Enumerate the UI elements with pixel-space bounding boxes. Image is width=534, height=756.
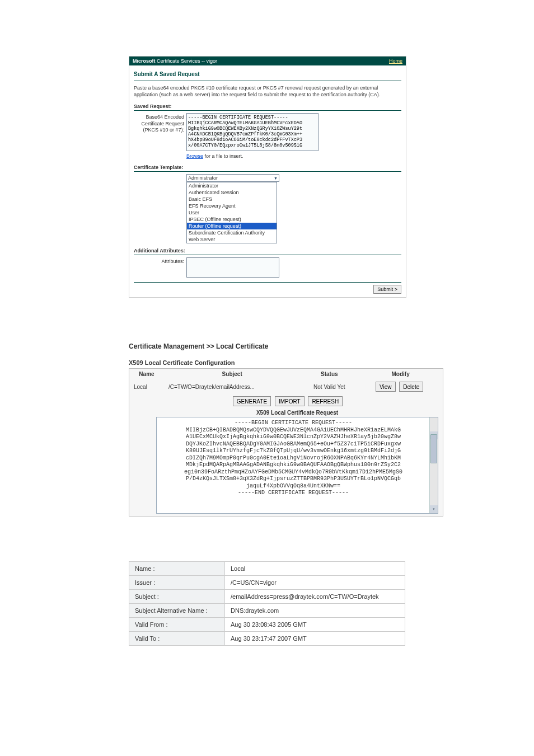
scroll-down-icon[interactable]: ▾: [430, 505, 438, 513]
refresh-button[interactable]: REFRESH: [308, 396, 343, 406]
import-button[interactable]: IMPORT: [275, 396, 305, 406]
detail-key: Valid From :: [129, 617, 225, 631]
certificate-detail-table: Name :LocalIssuer :/C=US/CN=vigorSubject…: [129, 561, 405, 646]
delete-button[interactable]: Delete: [399, 382, 423, 392]
view-button[interactable]: View: [376, 382, 396, 392]
x509-config-subtitle: X509 Local Certificate Configuration: [129, 359, 405, 366]
attributes-label: Attributes:: [134, 257, 184, 265]
home-link[interactable]: Home: [389, 58, 402, 64]
local-cert-table: Name Subject Status Modify Local /C=TW/O…: [129, 368, 443, 516]
page-title: Submit A Saved Request: [134, 71, 401, 77]
col-subject: Subject: [164, 369, 300, 379]
detail-value: Local: [225, 561, 405, 575]
template-option[interactable]: IPSEC (Offline request): [187, 216, 277, 223]
certificate-request-textarea[interactable]: -----BEGIN CERTIFICATE REQUEST----- MIIB…: [186, 113, 318, 151]
ms-cert-services-panel: Microsoft Certificate Services -- vigor …: [129, 56, 406, 298]
detail-row: Name :Local: [129, 561, 405, 575]
detail-value: DNS:draytek.com: [225, 603, 405, 617]
cell-modify: View Delete: [358, 379, 443, 394]
template-option[interactable]: Subordinate Certification Authority: [187, 229, 277, 236]
template-option[interactable]: User: [187, 209, 277, 216]
additional-attributes-label: Additional Attributes:: [134, 248, 401, 253]
detail-key: Issuer :: [129, 575, 225, 589]
detail-row: Issuer :/C=US/CN=vigor: [129, 575, 405, 589]
cert-management-title: Certificate Management >> Local Certific…: [129, 342, 405, 350]
template-dropdown-list: AdministratorAuthenticated SessionBasic …: [186, 182, 277, 243]
x509-request-title: X509 Local Certificate Request: [156, 410, 438, 416]
template-select[interactable]: Administrator ▼: [186, 174, 279, 182]
attributes-textarea[interactable]: [186, 257, 279, 278]
col-name: Name: [129, 369, 164, 379]
col-status: Status: [300, 369, 358, 379]
template-option[interactable]: Router (Offline request): [187, 223, 277, 229]
detail-value: /emailAddress=press@draytek.com/C=TW/O=D…: [225, 589, 405, 603]
browse-after-text: for a file to insert.: [203, 153, 243, 159]
scrollbar[interactable]: ▴ ▾: [429, 417, 438, 513]
detail-row: Valid From :Aug 30 23:08:43 2005 GMT: [129, 617, 405, 631]
scroll-thumb[interactable]: [430, 434, 437, 463]
table-row: Local /C=TW/O=Draytek/emailAddress... No…: [129, 379, 443, 394]
detail-value: Aug 30 23:08:43 2005 GMT: [225, 617, 405, 631]
detail-value: Aug 30 23:17:47 2007 GMT: [225, 631, 405, 645]
template-option[interactable]: Authenticated Session: [187, 189, 277, 196]
template-option[interactable]: Web Server: [187, 236, 277, 243]
saved-request-label: Saved Request:: [134, 104, 401, 109]
template-option[interactable]: EFS Recovery Agent: [187, 203, 277, 209]
detail-row: Subject Alternative Name :DNS:draytek.co…: [129, 603, 405, 617]
certificate-template-label: Certificate Template:: [134, 165, 401, 170]
detail-key: Name :: [129, 561, 225, 575]
detail-key: Subject Alternative Name :: [129, 603, 225, 617]
ms-header: Microsoft Certificate Services -- vigor …: [129, 57, 406, 65]
chevron-down-icon: ▼: [274, 176, 278, 180]
template-selected-value: Administrator: [188, 175, 218, 181]
detail-key: Valid To :: [129, 631, 225, 645]
browse-link[interactable]: Browse: [186, 153, 203, 159]
x509-request-textarea[interactable]: -----BEGIN CERTIFICATE REQUEST----- MIIB…: [156, 417, 438, 514]
template-option[interactable]: Basic EFS: [187, 196, 277, 203]
ms-brand: Microsoft Certificate Services -- vigor: [133, 58, 217, 64]
submit-button[interactable]: Submit >: [373, 285, 401, 294]
detail-value: /C=US/CN=vigor: [225, 575, 405, 589]
detail-row: Valid To :Aug 30 23:17:47 2007 GMT: [129, 631, 405, 645]
col-modify: Modify: [358, 369, 443, 379]
table-header-row: Name Subject Status Modify: [129, 369, 443, 379]
generate-button[interactable]: GENERATE: [233, 396, 271, 406]
template-option[interactable]: Administrator: [187, 182, 277, 189]
cell-name: Local: [129, 379, 164, 394]
detail-row: Subject :/emailAddress=press@draytek.com…: [129, 589, 405, 603]
cell-status: Not Valid Yet: [300, 379, 358, 394]
page-description: Paste a base64 encoded PKCS #10 certific…: [134, 84, 401, 98]
cell-subject: /C=TW/O=Draytek/emailAddress...: [164, 379, 300, 394]
base64-label: Base64 Encoded Certificate Request (PKCS…: [134, 113, 184, 133]
detail-key: Subject :: [129, 589, 225, 603]
